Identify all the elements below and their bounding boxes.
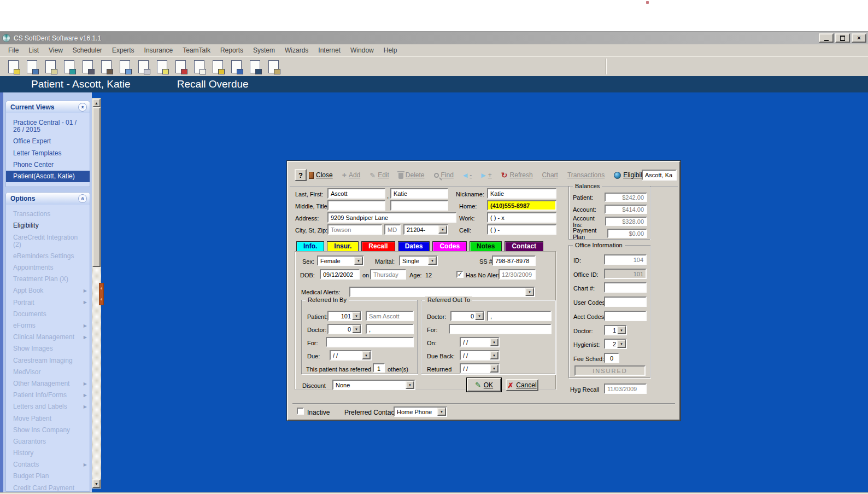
refresh-button[interactable]: Refresh [500, 170, 534, 181]
tab-dates[interactable]: Dates [398, 241, 430, 251]
sidebar-option-item[interactable]: Letters and Labels ▶ [6, 401, 90, 412]
cancel-button[interactable]: ✗ Cancel [506, 379, 538, 391]
menu-item[interactable]: Insurance [139, 45, 178, 56]
restore-button[interactable] [835, 33, 850, 43]
window-export-icon[interactable] [247, 59, 263, 75]
inactive-checkbox[interactable] [297, 408, 304, 415]
sidebar-option-item[interactable]: Patient Info/Forms ▶ [6, 390, 90, 401]
sidebar-option-item[interactable]: Appointments ▶ [6, 262, 90, 274]
work-phone-field[interactable]: ( ) - x [487, 212, 556, 223]
dropdown-button[interactable]: ▼ [437, 408, 446, 416]
dropdown-button[interactable]: ▼ [438, 225, 447, 234]
schedule-clock-icon[interactable] [42, 59, 59, 75]
sidebar-option-item[interactable]: Credit Card Payment Pl... ▶ [6, 483, 90, 492]
returned-combo[interactable]: / / ▼ [460, 363, 500, 374]
fee-sched-field[interactable]: 0 [604, 353, 619, 363]
sidebar-view-item[interactable]: Office Expert ▶ [6, 136, 90, 147]
sidebar-option-item[interactable]: Budget Plan ▶ [6, 470, 90, 482]
sidebar-option-item[interactable]: Transactions ▶ [6, 208, 90, 220]
medical-alerts-combo[interactable]: ▼ [349, 287, 535, 297]
sex-combo[interactable]: Female ▼ [317, 255, 364, 266]
sidebar-option-item[interactable]: History ▶ [6, 447, 90, 459]
sidebar-option-item[interactable]: Portrait ▶ [6, 297, 90, 309]
dropdown-button[interactable]: ▼ [354, 257, 363, 265]
note-edit-icon[interactable] [154, 59, 171, 75]
sidebar-option-item[interactable]: Guarantors ▶ [6, 436, 90, 447]
tab-recall[interactable]: Recall [361, 241, 395, 251]
scroll-down-button[interactable]: ▼ [92, 479, 101, 488]
dropdown-button[interactable]: ▼ [617, 326, 626, 334]
sidebar-view-item[interactable]: Letter Templates ▶ [6, 148, 90, 159]
transactions-button[interactable]: Transactions [566, 170, 606, 180]
dropdown-button[interactable]: ▼ [352, 312, 361, 320]
close-button[interactable]: Close [308, 170, 334, 180]
menu-item[interactable]: File [3, 45, 24, 56]
acct-codes-field[interactable] [604, 311, 647, 321]
due-back-combo[interactable]: / / ▼ [460, 350, 500, 361]
contact-card-icon[interactable] [24, 59, 40, 75]
referring-doctor-id-combo[interactable]: 0 ▼ [327, 324, 362, 334]
find-button[interactable]: Find [433, 170, 455, 180]
menu-item[interactable]: Internet [313, 45, 345, 56]
office-doctor-combo[interactable]: 1 ▼ [604, 325, 627, 335]
referred-out-doctor-id-combo[interactable]: 0 ▼ [450, 311, 485, 321]
sidebar-option-item[interactable]: Contacts ▶ [6, 459, 90, 470]
close-window-button[interactable]: × [852, 33, 866, 43]
collapse-options-button[interactable]: « [78, 194, 87, 203]
delete-button[interactable]: Delete [397, 170, 426, 180]
discount-combo[interactable]: None ▼ [332, 380, 415, 390]
address-field[interactable]: 9209 Sandpiper Lane [327, 212, 456, 223]
user-codes-field[interactable] [604, 297, 647, 307]
home-phone-field[interactable]: (410)555-8987 [487, 200, 556, 211]
marital-combo[interactable]: Single ▼ [399, 255, 438, 266]
dropdown-button[interactable]: ▼ [525, 288, 534, 296]
referred-out-on-combo[interactable]: / / ▼ [460, 337, 500, 347]
sidebar-option-item[interactable]: Clinical Management ▶ [6, 332, 90, 343]
info-document-icon[interactable] [228, 59, 245, 75]
dropdown-button[interactable]: ▼ [617, 340, 626, 348]
patient-search-box[interactable]: Ascott, Ka [642, 170, 677, 181]
accounting-database-icon[interactable] [79, 59, 96, 75]
referred-in-for-field[interactable] [326, 337, 414, 347]
team-talk-icon[interactable] [61, 59, 78, 75]
help-button[interactable]: ? [295, 169, 307, 181]
menu-item[interactable]: List [24, 45, 44, 56]
sidebar-option-item[interactable]: Treatment Plan (X) ▶ [6, 274, 90, 285]
tab-codes[interactable]: Codes [432, 241, 467, 251]
dropdown-button[interactable]: ▼ [428, 257, 437, 265]
edit-button[interactable]: Edit [368, 170, 390, 181]
cell-phone-field[interactable]: ( ) - [487, 224, 556, 235]
chart-graph-icon[interactable] [116, 59, 133, 75]
menu-item[interactable]: View [44, 45, 68, 56]
menu-item[interactable]: Help [379, 45, 402, 56]
sidebar-option-item[interactable]: Move Patient ▶ [6, 413, 90, 425]
chart-number-field[interactable] [604, 282, 647, 293]
phone-center-icon[interactable] [209, 59, 226, 75]
nickname-field[interactable]: Katie [487, 188, 556, 199]
dropdown-button[interactable]: ▼ [490, 338, 498, 346]
mail-icon[interactable] [191, 59, 208, 75]
minimize-button[interactable] [819, 33, 834, 43]
sidebar-option-item[interactable]: MedVisor ▶ [6, 367, 90, 378]
first-name-field[interactable]: Katie [390, 188, 448, 199]
dropdown-button[interactable]: ▼ [490, 351, 498, 359]
scroll-up-button[interactable]: ▲ [92, 98, 101, 107]
referred-count-field[interactable]: 1 [373, 363, 385, 373]
preferred-contact-combo[interactable]: Home Phone ▼ [394, 406, 447, 417]
collapse-current-views-button[interactable]: « [78, 103, 87, 112]
select-patient-icon[interactable] [135, 59, 152, 75]
menu-item[interactable]: Scheduler [68, 45, 107, 56]
ss-field[interactable]: 798-87-8978 [492, 255, 536, 266]
has-no-alert-checkbox[interactable]: ✓ [456, 271, 464, 278]
chart-button[interactable]: Chart [541, 170, 559, 180]
ok-button[interactable]: ✎ OK [467, 378, 501, 392]
tab-info[interactable]: Info. [296, 241, 324, 251]
menu-item[interactable]: System [248, 45, 280, 56]
sidebar-view-item[interactable]: Phone Center ▶ [6, 159, 90, 171]
referred-out-for-field[interactable] [449, 324, 552, 334]
sidebar-view-item[interactable]: Patient(Ascott, Katie) ▶ [6, 171, 90, 182]
scrollbar-thumb[interactable] [92, 107, 101, 267]
zip-combo[interactable]: 21204- ▼ [403, 224, 448, 235]
sidebar-option-item[interactable]: Documents ▶ [6, 309, 90, 320]
calendar-database-icon[interactable] [98, 59, 115, 75]
